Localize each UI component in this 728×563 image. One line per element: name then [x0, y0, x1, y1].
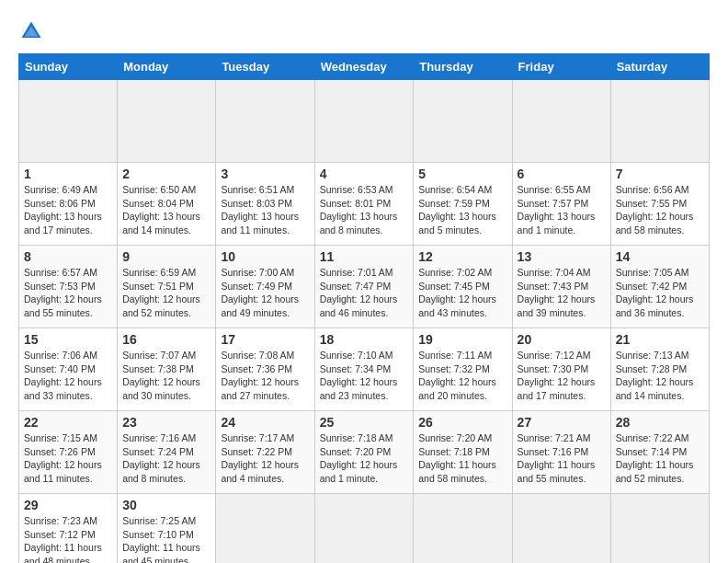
calendar-cell	[314, 494, 414, 564]
calendar-cell: 11Sunrise: 7:01 AM Sunset: 7:47 PM Dayli…	[314, 246, 414, 328]
calendar-cell: 27Sunrise: 7:21 AM Sunset: 7:16 PM Dayli…	[512, 411, 610, 494]
day-number: 6	[518, 167, 606, 181]
day-number: 24	[221, 415, 309, 430]
calendar-cell: 5Sunrise: 6:54 AM Sunset: 7:59 PM Daylig…	[414, 163, 512, 246]
col-header-monday: Monday	[118, 54, 216, 80]
calendar-cell: 25Sunrise: 7:18 AM Sunset: 7:20 PM Dayli…	[314, 411, 414, 494]
calendar-cell: 24Sunrise: 7:17 AM Sunset: 7:22 PM Dayli…	[216, 411, 314, 494]
day-info: Sunrise: 6:49 AM Sunset: 8:06 PM Dayligh…	[24, 183, 112, 237]
calendar-week-row: 1Sunrise: 6:49 AM Sunset: 8:06 PM Daylig…	[19, 163, 710, 246]
day-number: 9	[122, 249, 210, 264]
calendar-cell: 23Sunrise: 7:16 AM Sunset: 7:24 PM Dayli…	[118, 411, 216, 494]
day-number: 19	[418, 332, 506, 347]
calendar-cell	[19, 80, 118, 163]
day-info: Sunrise: 6:55 AM Sunset: 7:57 PM Dayligh…	[518, 183, 606, 237]
day-number: 17	[221, 332, 309, 347]
day-info: Sunrise: 7:02 AM Sunset: 7:45 PM Dayligh…	[418, 266, 506, 320]
day-number: 1	[24, 167, 112, 181]
calendar-cell: 4Sunrise: 6:53 AM Sunset: 8:01 PM Daylig…	[314, 163, 414, 246]
day-info: Sunrise: 7:21 AM Sunset: 7:16 PM Dayligh…	[518, 431, 606, 486]
day-number: 25	[320, 415, 409, 430]
calendar-cell	[610, 80, 709, 163]
calendar-cell: 29Sunrise: 7:23 AM Sunset: 7:12 PM Dayli…	[19, 494, 118, 564]
day-number: 12	[418, 249, 506, 264]
day-info: Sunrise: 7:07 AM Sunset: 7:38 PM Dayligh…	[122, 349, 210, 403]
calendar-cell: 14Sunrise: 7:05 AM Sunset: 7:42 PM Dayli…	[610, 246, 709, 328]
day-info: Sunrise: 7:25 AM Sunset: 7:10 PM Dayligh…	[122, 514, 210, 563]
calendar-cell: 18Sunrise: 7:10 AM Sunset: 7:34 PM Dayli…	[314, 328, 414, 411]
day-info: Sunrise: 7:17 AM Sunset: 7:22 PM Dayligh…	[221, 431, 309, 486]
day-info: Sunrise: 7:08 AM Sunset: 7:36 PM Dayligh…	[221, 349, 309, 403]
day-info: Sunrise: 7:20 AM Sunset: 7:18 PM Dayligh…	[418, 431, 506, 486]
day-info: Sunrise: 6:59 AM Sunset: 7:51 PM Dayligh…	[122, 266, 210, 320]
calendar-cell: 10Sunrise: 7:00 AM Sunset: 7:49 PM Dayli…	[216, 246, 314, 328]
col-header-sunday: Sunday	[19, 54, 118, 80]
calendar-cell: 30Sunrise: 7:25 AM Sunset: 7:10 PM Dayli…	[118, 494, 216, 564]
calendar-week-row: 22Sunrise: 7:15 AM Sunset: 7:26 PM Dayli…	[19, 411, 710, 494]
day-info: Sunrise: 7:06 AM Sunset: 7:40 PM Dayligh…	[24, 349, 112, 403]
day-info: Sunrise: 7:11 AM Sunset: 7:32 PM Dayligh…	[418, 349, 506, 403]
col-header-tuesday: Tuesday	[216, 54, 314, 80]
day-info: Sunrise: 6:57 AM Sunset: 7:53 PM Dayligh…	[24, 266, 112, 320]
day-number: 10	[221, 249, 309, 264]
day-number: 23	[122, 415, 210, 430]
calendar-cell: 12Sunrise: 7:02 AM Sunset: 7:45 PM Dayli…	[414, 246, 512, 328]
calendar-cell: 8Sunrise: 6:57 AM Sunset: 7:53 PM Daylig…	[19, 246, 118, 328]
calendar-cell: 7Sunrise: 6:56 AM Sunset: 7:55 PM Daylig…	[610, 163, 709, 246]
day-info: Sunrise: 7:13 AM Sunset: 7:28 PM Dayligh…	[616, 349, 704, 403]
calendar-cell: 26Sunrise: 7:20 AM Sunset: 7:18 PM Dayli…	[414, 411, 512, 494]
calendar-cell: 16Sunrise: 7:07 AM Sunset: 7:38 PM Dayli…	[118, 328, 216, 411]
calendar-cell: 17Sunrise: 7:08 AM Sunset: 7:36 PM Dayli…	[216, 328, 314, 411]
day-number: 8	[24, 249, 112, 264]
day-info: Sunrise: 6:56 AM Sunset: 7:55 PM Dayligh…	[616, 183, 704, 237]
day-number: 18	[320, 332, 409, 347]
calendar-week-row	[19, 80, 710, 163]
day-number: 28	[616, 415, 704, 430]
day-number: 14	[616, 249, 704, 264]
calendar-header-row: SundayMondayTuesdayWednesdayThursdayFrid…	[19, 54, 710, 80]
logo-icon	[18, 18, 44, 44]
calendar-cell: 9Sunrise: 6:59 AM Sunset: 7:51 PM Daylig…	[118, 246, 216, 328]
calendar-week-row: 15Sunrise: 7:06 AM Sunset: 7:40 PM Dayli…	[19, 328, 710, 411]
calendar-cell: 3Sunrise: 6:51 AM Sunset: 8:03 PM Daylig…	[216, 163, 314, 246]
calendar-cell: 21Sunrise: 7:13 AM Sunset: 7:28 PM Dayli…	[610, 328, 709, 411]
day-number: 22	[24, 415, 112, 430]
day-number: 20	[518, 332, 606, 347]
day-number: 5	[418, 167, 506, 181]
calendar-cell: 15Sunrise: 7:06 AM Sunset: 7:40 PM Dayli…	[19, 328, 118, 411]
day-number: 13	[518, 249, 606, 264]
calendar-cell: 22Sunrise: 7:15 AM Sunset: 7:26 PM Dayli…	[19, 411, 118, 494]
col-header-thursday: Thursday	[414, 54, 512, 80]
calendar-cell	[512, 80, 610, 163]
calendar-week-row: 29Sunrise: 7:23 AM Sunset: 7:12 PM Dayli…	[19, 494, 710, 564]
calendar-cell: 1Sunrise: 6:49 AM Sunset: 8:06 PM Daylig…	[19, 163, 118, 246]
day-number: 21	[616, 332, 704, 347]
day-info: Sunrise: 7:16 AM Sunset: 7:24 PM Dayligh…	[122, 431, 210, 486]
calendar-cell	[414, 80, 512, 163]
calendar-cell	[512, 494, 610, 564]
day-number: 16	[122, 332, 210, 347]
day-info: Sunrise: 7:10 AM Sunset: 7:34 PM Dayligh…	[320, 349, 409, 403]
calendar-cell: 2Sunrise: 6:50 AM Sunset: 8:04 PM Daylig…	[118, 163, 216, 246]
day-number: 29	[24, 498, 112, 512]
day-info: Sunrise: 7:23 AM Sunset: 7:12 PM Dayligh…	[24, 514, 112, 563]
day-number: 11	[320, 249, 409, 264]
calendar-cell	[314, 80, 414, 163]
day-number: 4	[320, 167, 409, 181]
day-number: 2	[122, 167, 210, 181]
calendar-cell: 19Sunrise: 7:11 AM Sunset: 7:32 PM Dayli…	[414, 328, 512, 411]
calendar-cell	[216, 494, 314, 564]
day-number: 30	[122, 498, 210, 512]
day-info: Sunrise: 6:54 AM Sunset: 7:59 PM Dayligh…	[418, 183, 506, 237]
page-header	[18, 18, 710, 44]
calendar-cell: 13Sunrise: 7:04 AM Sunset: 7:43 PM Dayli…	[512, 246, 610, 328]
calendar-cell	[118, 80, 216, 163]
day-number: 26	[418, 415, 506, 430]
day-number: 7	[616, 167, 704, 181]
day-info: Sunrise: 6:53 AM Sunset: 8:01 PM Dayligh…	[320, 183, 409, 237]
calendar-cell: 20Sunrise: 7:12 AM Sunset: 7:30 PM Dayli…	[512, 328, 610, 411]
calendar-cell: 28Sunrise: 7:22 AM Sunset: 7:14 PM Dayli…	[610, 411, 709, 494]
calendar-cell	[216, 80, 314, 163]
day-info: Sunrise: 7:05 AM Sunset: 7:42 PM Dayligh…	[616, 266, 704, 320]
calendar-cell: 6Sunrise: 6:55 AM Sunset: 7:57 PM Daylig…	[512, 163, 610, 246]
